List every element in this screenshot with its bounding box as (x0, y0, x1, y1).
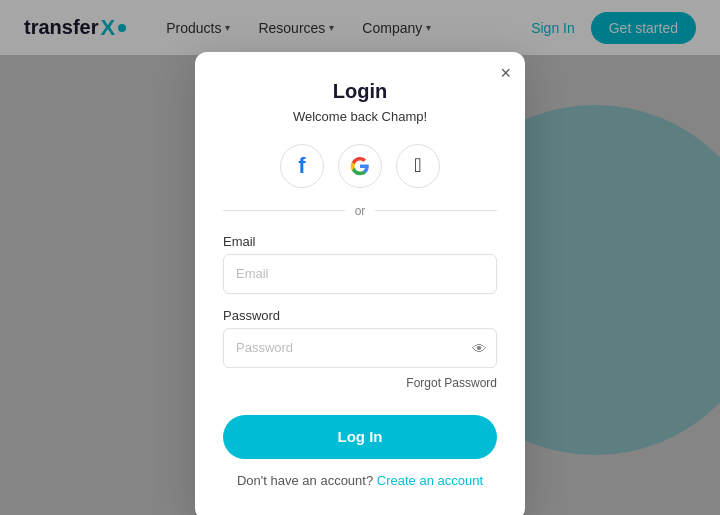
divider: or (223, 204, 497, 218)
social-login-row: f  (223, 144, 497, 188)
login-modal: × Login Welcome back Champ! f  or Email (195, 52, 525, 515)
divider-text: or (355, 204, 366, 218)
signup-prompt-text: Don't have an account? (237, 473, 373, 488)
signup-row: Don't have an account? Create an account (223, 473, 497, 488)
apple-icon:  (414, 154, 421, 177)
facebook-icon: f (298, 153, 305, 179)
modal-subtitle: Welcome back Champ! (223, 109, 497, 124)
apple-login-button[interactable]:  (396, 144, 440, 188)
password-field-group: Password 👁 Forgot Password (223, 308, 497, 391)
password-input-wrap: 👁 (223, 328, 497, 368)
facebook-login-button[interactable]: f (280, 144, 324, 188)
divider-line-right (375, 210, 497, 211)
google-login-button[interactable] (338, 144, 382, 188)
toggle-password-icon[interactable]: 👁 (472, 339, 487, 356)
forgot-password-link-wrap: Forgot Password (223, 373, 497, 391)
email-input[interactable] (223, 254, 497, 294)
forgot-password-link[interactable]: Forgot Password (406, 376, 497, 390)
modal-close-button[interactable]: × (500, 64, 511, 82)
modal-title: Login (223, 80, 497, 103)
password-label: Password (223, 308, 497, 323)
password-input[interactable] (223, 328, 497, 368)
divider-line-left (223, 210, 345, 211)
login-button[interactable]: Log In (223, 415, 497, 459)
google-icon (350, 156, 370, 176)
email-field-group: Email (223, 234, 497, 294)
email-input-wrap (223, 254, 497, 294)
email-label: Email (223, 234, 497, 249)
create-account-link[interactable]: Create an account (377, 473, 483, 488)
